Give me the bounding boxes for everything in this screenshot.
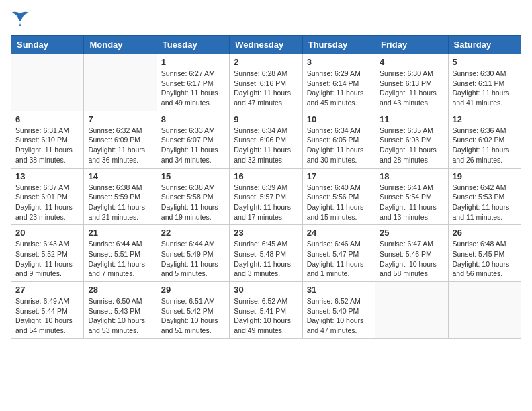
day-number: 2 (234, 57, 298, 67)
calendar-cell: 4Sunrise: 6:30 AM Sunset: 6:13 PM Daylig… (375, 54, 448, 111)
day-info: Sunrise: 6:33 AM Sunset: 6:07 PM Dayligh… (161, 126, 225, 165)
calendar-cell: 27Sunrise: 6:49 AM Sunset: 5:44 PM Dayli… (11, 282, 84, 339)
calendar-cell: 13Sunrise: 6:37 AM Sunset: 6:01 PM Dayli… (11, 168, 84, 225)
calendar-cell: 29Sunrise: 6:51 AM Sunset: 5:42 PM Dayli… (157, 282, 229, 339)
calendar-cell: 28Sunrise: 6:50 AM Sunset: 5:43 PM Dayli… (84, 282, 157, 339)
day-info: Sunrise: 6:47 AM Sunset: 5:46 PM Dayligh… (380, 239, 443, 279)
day-info: Sunrise: 6:44 AM Sunset: 5:49 PM Dayligh… (161, 239, 225, 279)
calendar-cell: 5Sunrise: 6:30 AM Sunset: 6:11 PM Daylig… (448, 54, 521, 111)
day-info: Sunrise: 6:28 AM Sunset: 6:16 PM Dayligh… (234, 68, 298, 108)
day-info: Sunrise: 6:48 AM Sunset: 5:45 PM Dayligh… (453, 239, 517, 279)
day-number: 31 (307, 285, 371, 295)
day-header-sunday: Sunday (11, 36, 84, 54)
day-info: Sunrise: 6:52 AM Sunset: 5:40 PM Dayligh… (307, 296, 371, 336)
calendar-body: 1Sunrise: 6:27 AM Sunset: 6:17 PM Daylig… (11, 54, 521, 339)
calendar-cell: 15Sunrise: 6:38 AM Sunset: 5:58 PM Dayli… (157, 168, 229, 225)
day-number: 3 (307, 57, 371, 67)
day-info: Sunrise: 6:29 AM Sunset: 6:14 PM Dayligh… (307, 68, 371, 108)
day-info: Sunrise: 6:43 AM Sunset: 5:52 PM Dayligh… (15, 239, 79, 279)
day-number: 23 (234, 228, 298, 238)
logo (11, 11, 31, 30)
logo-bird-icon (11, 11, 30, 27)
day-info: Sunrise: 6:34 AM Sunset: 6:05 PM Dayligh… (307, 126, 371, 165)
day-number: 26 (453, 228, 517, 238)
day-number: 16 (234, 171, 298, 181)
calendar-cell (84, 54, 157, 111)
day-number: 7 (88, 114, 152, 124)
day-info: Sunrise: 6:37 AM Sunset: 6:01 PM Dayligh… (15, 183, 79, 222)
day-info: Sunrise: 6:52 AM Sunset: 5:41 PM Dayligh… (234, 296, 298, 336)
day-info: Sunrise: 6:31 AM Sunset: 6:10 PM Dayligh… (15, 126, 79, 165)
day-info: Sunrise: 6:30 AM Sunset: 6:13 PM Dayligh… (380, 68, 443, 108)
day-number: 25 (380, 228, 443, 238)
calendar-cell: 9Sunrise: 6:34 AM Sunset: 6:06 PM Daylig… (230, 111, 302, 168)
calendar-cell: 3Sunrise: 6:29 AM Sunset: 6:14 PM Daylig… (302, 54, 375, 111)
calendar-cell: 22Sunrise: 6:44 AM Sunset: 5:49 PM Dayli… (157, 225, 229, 282)
calendar-cell: 20Sunrise: 6:43 AM Sunset: 5:52 PM Dayli… (11, 225, 84, 282)
day-info: Sunrise: 6:51 AM Sunset: 5:42 PM Dayligh… (161, 296, 225, 336)
week-row-2: 13Sunrise: 6:37 AM Sunset: 6:01 PM Dayli… (11, 168, 521, 225)
day-info: Sunrise: 6:44 AM Sunset: 5:51 PM Dayligh… (88, 239, 152, 279)
calendar-cell: 14Sunrise: 6:38 AM Sunset: 5:59 PM Dayli… (84, 168, 157, 225)
day-number: 12 (453, 114, 517, 124)
day-number: 19 (453, 171, 517, 181)
day-number: 11 (380, 114, 443, 124)
day-info: Sunrise: 6:36 AM Sunset: 6:02 PM Dayligh… (453, 126, 517, 165)
day-number: 6 (15, 114, 79, 124)
day-info: Sunrise: 6:42 AM Sunset: 5:53 PM Dayligh… (453, 183, 517, 222)
calendar-cell: 31Sunrise: 6:52 AM Sunset: 5:40 PM Dayli… (302, 282, 375, 339)
day-number: 18 (380, 171, 443, 181)
calendar-cell (375, 282, 448, 339)
day-number: 10 (307, 114, 371, 124)
day-header-tuesday: Tuesday (157, 36, 229, 54)
day-info: Sunrise: 6:38 AM Sunset: 5:58 PM Dayligh… (161, 183, 225, 222)
day-info: Sunrise: 6:46 AM Sunset: 5:47 PM Dayligh… (307, 239, 371, 279)
day-info: Sunrise: 6:35 AM Sunset: 6:03 PM Dayligh… (380, 126, 443, 165)
calendar-cell: 1Sunrise: 6:27 AM Sunset: 6:17 PM Daylig… (157, 54, 229, 111)
week-row-0: 1Sunrise: 6:27 AM Sunset: 6:17 PM Daylig… (11, 54, 521, 111)
calendar-cell: 6Sunrise: 6:31 AM Sunset: 6:10 PM Daylig… (11, 111, 84, 168)
day-number: 21 (88, 228, 152, 238)
calendar-cell: 8Sunrise: 6:33 AM Sunset: 6:07 PM Daylig… (157, 111, 229, 168)
day-number: 20 (15, 228, 79, 238)
day-number: 24 (307, 228, 371, 238)
day-number: 14 (88, 171, 152, 181)
calendar-cell: 24Sunrise: 6:46 AM Sunset: 5:47 PM Dayli… (302, 225, 375, 282)
calendar-cell: 10Sunrise: 6:34 AM Sunset: 6:05 PM Dayli… (302, 111, 375, 168)
calendar-cell: 23Sunrise: 6:45 AM Sunset: 5:48 PM Dayli… (230, 225, 302, 282)
day-number: 15 (161, 171, 225, 181)
calendar-cell (11, 54, 84, 111)
calendar-cell: 11Sunrise: 6:35 AM Sunset: 6:03 PM Dayli… (375, 111, 448, 168)
day-number: 29 (161, 285, 225, 295)
day-info: Sunrise: 6:41 AM Sunset: 5:54 PM Dayligh… (380, 183, 443, 222)
calendar-header: SundayMondayTuesdayWednesdayThursdayFrid… (11, 36, 521, 54)
header-row: SundayMondayTuesdayWednesdayThursdayFrid… (11, 36, 521, 54)
day-header-saturday: Saturday (448, 36, 521, 54)
week-row-1: 6Sunrise: 6:31 AM Sunset: 6:10 PM Daylig… (11, 111, 521, 168)
day-number: 1 (161, 57, 225, 67)
calendar-cell: 17Sunrise: 6:40 AM Sunset: 5:56 PM Dayli… (302, 168, 375, 225)
calendar-cell: 18Sunrise: 6:41 AM Sunset: 5:54 PM Dayli… (375, 168, 448, 225)
calendar-cell: 26Sunrise: 6:48 AM Sunset: 5:45 PM Dayli… (448, 225, 521, 282)
day-number: 28 (88, 285, 152, 295)
day-info: Sunrise: 6:40 AM Sunset: 5:56 PM Dayligh… (307, 183, 371, 222)
day-number: 17 (307, 171, 371, 181)
day-info: Sunrise: 6:32 AM Sunset: 6:09 PM Dayligh… (88, 126, 152, 165)
day-info: Sunrise: 6:50 AM Sunset: 5:43 PM Dayligh… (88, 296, 152, 336)
calendar-cell: 30Sunrise: 6:52 AM Sunset: 5:41 PM Dayli… (230, 282, 302, 339)
week-row-3: 20Sunrise: 6:43 AM Sunset: 5:52 PM Dayli… (11, 225, 521, 282)
calendar-cell: 19Sunrise: 6:42 AM Sunset: 5:53 PM Dayli… (448, 168, 521, 225)
calendar-cell: 16Sunrise: 6:39 AM Sunset: 5:57 PM Dayli… (230, 168, 302, 225)
day-number: 22 (161, 228, 225, 238)
day-info: Sunrise: 6:38 AM Sunset: 5:59 PM Dayligh… (88, 183, 152, 222)
day-info: Sunrise: 6:45 AM Sunset: 5:48 PM Dayligh… (234, 239, 298, 279)
calendar-cell: 2Sunrise: 6:28 AM Sunset: 6:16 PM Daylig… (230, 54, 302, 111)
day-number: 13 (15, 171, 79, 181)
calendar-cell (448, 282, 521, 339)
calendar-cell: 25Sunrise: 6:47 AM Sunset: 5:46 PM Dayli… (375, 225, 448, 282)
day-info: Sunrise: 6:39 AM Sunset: 5:57 PM Dayligh… (234, 183, 298, 222)
day-number: 27 (15, 285, 79, 295)
calendar-table: SundayMondayTuesdayWednesdayThursdayFrid… (11, 35, 521, 339)
day-header-thursday: Thursday (302, 36, 375, 54)
week-row-4: 27Sunrise: 6:49 AM Sunset: 5:44 PM Dayli… (11, 282, 521, 339)
